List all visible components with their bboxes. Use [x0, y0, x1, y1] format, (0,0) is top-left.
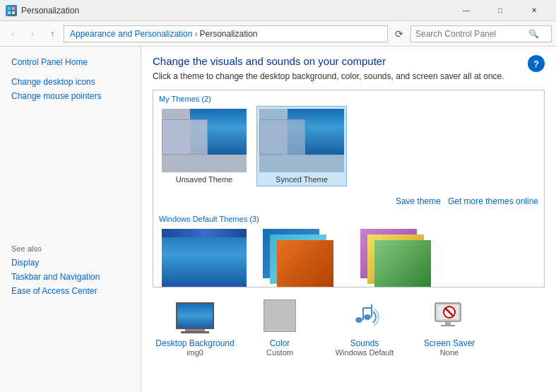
svg-rect-12 [441, 325, 455, 326]
theme-actions: Save theme Get more themes online [153, 192, 544, 210]
theme-flowers-thumb [357, 229, 442, 287]
desktop-background-sub: img0 [187, 348, 203, 357]
theme-unsaved-label: Unsaved Theme [176, 175, 233, 184]
screensaver-item[interactable]: Screen Saver None [407, 296, 492, 357]
sounds-label: Sounds [350, 338, 379, 348]
desktop-background-label: Desktop Background [155, 338, 234, 348]
search-box: 🔍 [410, 25, 552, 42]
screensaver-label: Screen Saver [424, 338, 475, 348]
theme-synced-label: Synced Theme [276, 175, 328, 184]
screensaver-icon [430, 296, 469, 335]
breadcrumb: Appearance and Personalization › Persona… [64, 25, 388, 42]
theme-unsaved-thumb [162, 109, 247, 172]
up-button[interactable]: ↑ [44, 25, 61, 42]
themes-panel: My Themes (2) Unsaved Theme Sync [153, 90, 545, 287]
refresh-button[interactable]: ⟳ [391, 25, 408, 42]
crumb-personalization: Personalization [199, 29, 257, 39]
breadcrumb-separator: › [194, 29, 197, 39]
thumb-overlay2 [259, 119, 305, 155]
theme-earth[interactable]: Earth [256, 226, 347, 287]
forward-button[interactable]: › [24, 25, 41, 42]
theme-windows-default[interactable]: ⊞ Windows [159, 226, 249, 287]
see-also-section: See also Display Taskbar and Navigation … [0, 244, 141, 298]
search-input[interactable] [415, 29, 528, 39]
color-label: Color [270, 338, 290, 348]
sidebar-home[interactable]: Control Panel Home [0, 55, 141, 69]
save-theme-link[interactable]: Save theme [396, 196, 441, 206]
windows-themes-label: Windows Default Themes (3) [153, 210, 544, 226]
svg-rect-0 [8, 7, 11, 10]
close-button[interactable]: ✕ [518, 0, 550, 21]
color-sub: Custom [266, 348, 293, 357]
theme-unsaved[interactable]: Unsaved Theme [159, 106, 249, 186]
theme-synced-thumb [259, 109, 344, 172]
main-layout: Control Panel Home Change desktop icons … [0, 47, 556, 392]
get-more-themes-link[interactable]: Get more themes online [448, 196, 538, 206]
page-subtitle: Click a theme to change the desktop back… [153, 71, 545, 81]
my-themes-label: My Themes (2) [153, 90, 544, 106]
sounds-item[interactable]: Sounds Windows Default [322, 296, 407, 357]
desktop-background-icon [175, 296, 215, 335]
svg-rect-1 [12, 7, 15, 10]
sidebar-mouse-pointers[interactable]: Change mouse pointers [0, 89, 141, 103]
see-also-title: See also [11, 244, 129, 253]
sidebar-taskbar[interactable]: Taskbar and Navigation [11, 270, 129, 284]
page-title: Change the visuals and sounds on your co… [153, 55, 545, 67]
svg-rect-3 [12, 11, 15, 14]
crumb-appearance[interactable]: Appearance and Personalization [70, 29, 192, 39]
svg-rect-2 [8, 11, 11, 14]
content-area: ? Change the visuals and sounds on your … [141, 47, 556, 392]
window-controls: — □ ✕ [450, 0, 550, 21]
back-button[interactable]: ‹ [4, 25, 21, 42]
theme-windows-thumb: ⊞ [162, 229, 247, 287]
sounds-sub: Windows Default [336, 348, 394, 357]
color-icon [260, 296, 300, 335]
sidebar-desktop-icons[interactable]: Change desktop icons [0, 75, 141, 89]
desktop-background-item[interactable]: Desktop Background img0 [153, 296, 237, 357]
address-bar: ‹ › ↑ Appearance and Personalization › P… [0, 21, 556, 47]
theme-flowers[interactable]: Flowers [354, 226, 444, 287]
svg-rect-11 [445, 321, 451, 325]
my-themes-grid: Unsaved Theme Synced Theme [153, 106, 544, 192]
bottom-icons: Desktop Background img0 Color Custom [153, 296, 545, 357]
svg-rect-5 [362, 307, 364, 320]
thumb-overlay [162, 119, 208, 155]
title-bar: Personalization — □ ✕ [0, 0, 556, 21]
screensaver-sub: None [440, 348, 459, 357]
sidebar: Control Panel Home Change desktop icons … [0, 47, 141, 392]
svg-rect-8 [362, 307, 372, 309]
theme-synced[interactable]: Synced Theme [256, 106, 347, 186]
search-button[interactable]: 🔍 [528, 29, 539, 39]
svg-point-6 [364, 314, 371, 320]
svg-rect-7 [371, 304, 372, 317]
theme-earth-thumb [259, 229, 344, 287]
svg-point-4 [355, 317, 362, 323]
window-title: Personalization [21, 6, 450, 16]
color-item[interactable]: Color Custom [237, 296, 322, 357]
app-icon [6, 5, 17, 16]
help-button[interactable]: ? [528, 55, 545, 72]
maximize-button[interactable]: □ [484, 0, 516, 21]
sidebar-display[interactable]: Display [11, 256, 129, 270]
sidebar-ease-of-access[interactable]: Ease of Access Center [11, 284, 129, 298]
sounds-icon [345, 296, 384, 335]
minimize-button[interactable]: — [450, 0, 483, 21]
windows-themes-grid: ⊞ Windows Earth [153, 226, 544, 287]
